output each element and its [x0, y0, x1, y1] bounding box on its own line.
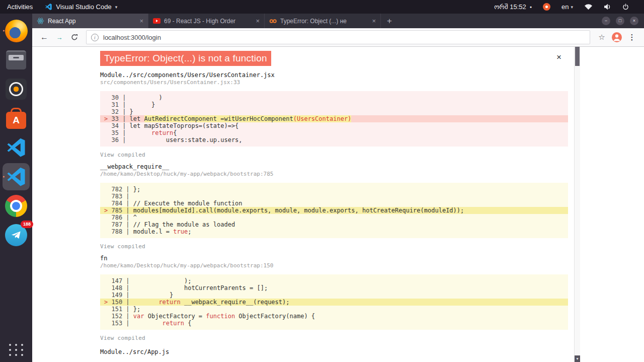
- vscode-icon: [6, 137, 27, 158]
- firefox-window: React App × 69 - React JS - High Order ×…: [32, 14, 644, 362]
- code-snippet: 30 | ) 31 | } 32 | }> 33 | let AutRedire…: [100, 91, 568, 147]
- code-line: 31 | }: [100, 101, 568, 108]
- messenger-indicator-icon[interactable]: [543, 3, 550, 11]
- activities-button[interactable]: Activities: [0, 0, 40, 14]
- code-line: 148 | hotCurrentParents = [];: [100, 284, 568, 292]
- line-number: 35 |: [108, 129, 129, 136]
- site-favicon: [269, 17, 277, 25]
- running-indicator: [3, 30, 5, 32]
- dock-item-files[interactable]: [3, 46, 30, 74]
- tab-close-icon[interactable]: ×: [254, 17, 260, 25]
- code-token: let: [130, 115, 144, 122]
- tab-close-icon[interactable]: ×: [370, 17, 376, 25]
- tab-youtube-video[interactable]: 69 - React JS - High Order ×: [148, 14, 265, 28]
- code-token: (UsersContainer): [293, 115, 352, 122]
- code-token: {: [173, 129, 177, 136]
- new-tab-button[interactable]: +: [381, 14, 398, 28]
- focused-app-title: Visual Studio Code: [56, 3, 111, 11]
- code-line: 153 | return {: [100, 320, 568, 327]
- scroll-down-button[interactable]: ▾: [575, 355, 580, 362]
- files-icon: [6, 50, 26, 69]
- code-token: // Flag the module as loaded: [133, 221, 235, 228]
- reload-button[interactable]: [67, 30, 82, 44]
- maximize-button[interactable]: □: [616, 17, 624, 25]
- code-token: return: [163, 320, 184, 327]
- stack-frames: Module../src/components/Users/UsersConta…: [100, 72, 638, 341]
- back-button[interactable]: ←: [37, 30, 51, 44]
- code-token: var: [133, 313, 144, 320]
- frame-source-location: /home/kamo/Desktop/huck/my-app/webpack/b…: [100, 263, 638, 269]
- dock: A 188: [0, 14, 32, 362]
- line-number: 151 |: [108, 306, 133, 313]
- code-token: function: [206, 313, 235, 320]
- browser-menu-icon[interactable]: ⋮: [625, 30, 639, 44]
- volume-icon[interactable]: [604, 4, 611, 10]
- code-token: [130, 129, 151, 136]
- show-applications-button[interactable]: [9, 344, 24, 356]
- dock-item-vscode[interactable]: [3, 134, 30, 161]
- dock-item-vscode-active[interactable]: [3, 163, 30, 190]
- code-token: );: [133, 277, 192, 284]
- code-token: =: [217, 115, 224, 122]
- power-icon[interactable]: [622, 4, 629, 10]
- tab-title: React App: [48, 18, 134, 25]
- chevron-down-icon: ▾: [571, 5, 573, 10]
- system-top-bar: Activities Visual Studio Code ▾ ორშ 15:5…: [0, 0, 644, 14]
- code-line: 787 | // Flag the module as loaded: [100, 221, 568, 228]
- line-number: 147 |: [108, 277, 133, 284]
- code-token: ^: [133, 214, 137, 221]
- minimize-button[interactable]: −: [602, 17, 610, 25]
- forward-button[interactable]: →: [52, 30, 66, 44]
- frame-function-name: fn: [100, 255, 638, 262]
- telegram-unread-badge: 188: [21, 221, 33, 228]
- chevron-down-icon: ▾: [115, 5, 118, 10]
- code-line: 147 | );: [100, 277, 568, 284]
- code-token: {: [184, 320, 191, 327]
- view-compiled-link[interactable]: View compiled: [100, 244, 638, 249]
- focused-app-menu[interactable]: Visual Studio Code ▾: [45, 3, 117, 11]
- view-compiled-link[interactable]: View compiled: [100, 335, 638, 341]
- line-number: 153 |: [108, 320, 133, 327]
- line-number: 787 |: [108, 221, 133, 228]
- dock-item-ubuntu-software[interactable]: A: [3, 105, 30, 132]
- site-info-icon[interactable]: i: [91, 34, 99, 41]
- view-compiled-link[interactable]: View compiled: [100, 152, 638, 158]
- page-content: TypeError: Object(...) is not a function…: [32, 47, 644, 362]
- dock-item-media-player[interactable]: [3, 76, 30, 103]
- code-line: 784 | // Execute the module function: [100, 200, 568, 207]
- vertical-scrollbar[interactable]: ▾: [574, 47, 580, 362]
- window-controls: − □ ×: [602, 14, 644, 28]
- code-token: [133, 299, 159, 306]
- keyboard-layout-indicator[interactable]: en ▾: [561, 3, 573, 11]
- wifi-icon[interactable]: [584, 4, 593, 10]
- tab-typeerror-search[interactable]: TypeError: Object (...) не ×: [265, 14, 381, 28]
- youtube-icon: [153, 18, 160, 24]
- clock[interactable]: ორშ 15:52 ●: [494, 3, 532, 11]
- close-window-button[interactable]: ×: [630, 17, 638, 25]
- tab-close-icon[interactable]: ×: [137, 17, 143, 25]
- overlay-close-button[interactable]: ×: [556, 53, 561, 61]
- code-token: witUserHocComponent: [224, 115, 293, 122]
- dock-item-chrome[interactable]: [3, 192, 30, 220]
- code-line: 152 | var ObjectFactory = function Objec…: [100, 313, 568, 320]
- code-token: return: [151, 129, 173, 136]
- code-token: let mapStateToprops=(state)=>{: [130, 122, 239, 129]
- code-token: modules[moduleId].call(module.exports, m…: [133, 207, 464, 214]
- code-line: 34 | let mapStateToprops=(state)=>{: [100, 122, 568, 129]
- account-avatar[interactable]: [610, 30, 624, 44]
- url-bar[interactable]: i: [86, 30, 590, 44]
- code-token: // Execute the module function: [133, 200, 243, 207]
- chrome-icon: [5, 195, 27, 217]
- react-error-overlay: TypeError: Object(...) is not a function…: [32, 47, 638, 362]
- dock-item-firefox[interactable]: [3, 17, 30, 44]
- dock-item-telegram[interactable]: 188: [3, 222, 30, 249]
- url-input[interactable]: [103, 34, 585, 41]
- code-snippet: 782 | }; 783 | 784 | // Execute the modu…: [100, 183, 568, 238]
- notification-dot-icon: ●: [530, 5, 532, 9]
- line-number: 149 |: [108, 292, 133, 299]
- bookmark-star-icon[interactable]: ☆: [595, 30, 609, 44]
- tab-react-app[interactable]: React App ×: [32, 14, 148, 28]
- scrollbar-thumb[interactable]: [575, 47, 580, 66]
- stack-frame: Module../src/components/Users/UsersConta…: [100, 72, 638, 158]
- line-number: 30 |: [108, 94, 129, 101]
